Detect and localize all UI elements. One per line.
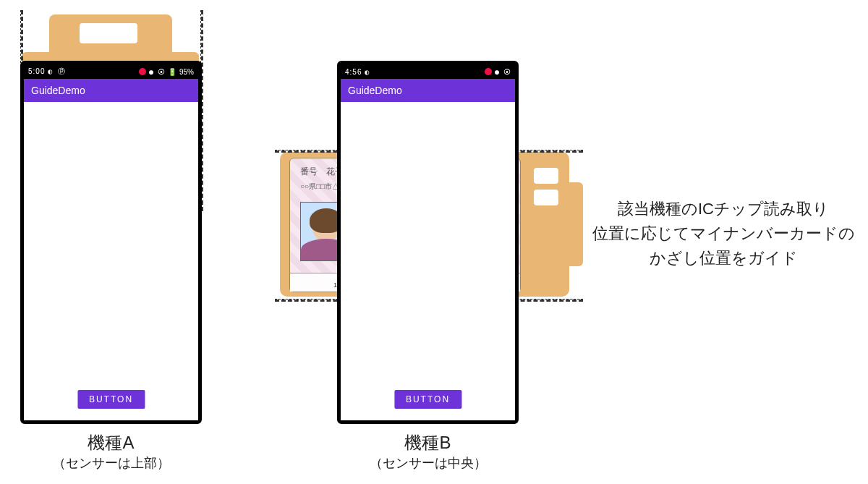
phone-b-statusbar: 4:56 ◐ ● ⦿ xyxy=(341,64,515,79)
phone-a-statusbar: 5:00 ◐ ⓟ ● ⦿ 🔋 95% xyxy=(24,64,198,79)
record-dot-icon xyxy=(485,68,492,75)
phone-b-button[interactable]: BUTTON xyxy=(394,390,461,409)
phone-a: 5:00 ◐ ⓟ ● ⦿ 🔋 95% GuideDemo BUTTON xyxy=(20,61,202,424)
phone-a-button[interactable]: BUTTON xyxy=(77,390,145,409)
phone-b-app-title: GuideDemo xyxy=(348,85,402,96)
phone-b-right-icons: ● ⦿ xyxy=(495,68,511,76)
phone-a-app-title: GuideDemo xyxy=(31,85,85,96)
caption-b-main: 機種B xyxy=(337,431,519,454)
phone-b-body: BUTTON xyxy=(341,102,515,420)
caption-b: 機種B （センサーは中央） xyxy=(337,431,519,472)
side-line-2: 位置に応じてマイナンバーカードの xyxy=(586,221,861,246)
record-dot-icon xyxy=(139,68,146,75)
phone-b-time: 4:56 xyxy=(345,68,362,76)
battery-icon: 🔋 xyxy=(168,68,176,76)
explanation-text: 該当機種のICチップ読み取り 位置に応じてマイナンバーカードの かざし位置をガイ… xyxy=(586,197,861,271)
phone-a-time: 5:00 xyxy=(28,67,45,75)
diagram-stage: 番号 花子 ○○県□□市△△町◇丁目○番地▽▽号 平成元年 3月31日生 202… xyxy=(0,0,868,484)
phone-b-appbar: GuideDemo xyxy=(341,79,515,102)
reader-b-slot1 xyxy=(534,168,558,184)
caption-b-sub: （センサーは中央） xyxy=(337,454,519,472)
caption-a-sub: （センサーは上部） xyxy=(20,454,202,472)
side-line-3: かざし位置をガイド xyxy=(586,246,861,271)
reader-b-slot2 xyxy=(534,190,558,205)
phone-a-body: BUTTON xyxy=(24,102,198,420)
reader-b-tab xyxy=(557,182,583,266)
phone-a-appbar: GuideDemo xyxy=(24,79,198,102)
phone-b-left-icons: ◐ xyxy=(365,68,370,76)
reader-a-slot xyxy=(80,23,137,43)
phone-a-right-icons: ● ⦿ xyxy=(149,68,165,76)
phone-a-left-icons: ◐ ⓟ xyxy=(48,67,66,75)
caption-a: 機種A （センサーは上部） xyxy=(20,431,202,472)
phone-b: 4:56 ◐ ● ⦿ GuideDemo BUTTON xyxy=(337,61,519,424)
side-line-1: 該当機種のICチップ読み取り xyxy=(586,197,861,221)
caption-a-main: 機種A xyxy=(20,431,202,454)
phone-a-batt: 95% xyxy=(179,68,194,76)
